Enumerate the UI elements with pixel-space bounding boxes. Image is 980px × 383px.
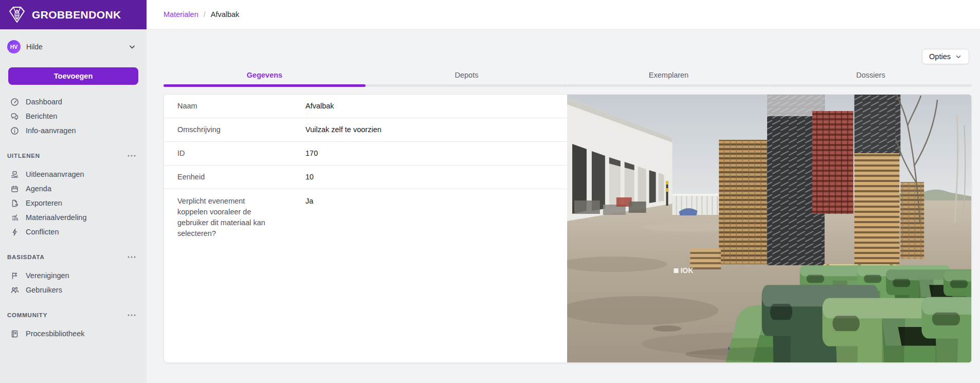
users-icon (10, 286, 19, 295)
material-photo: IOK (567, 95, 971, 362)
user-name: Hilde (26, 43, 43, 51)
sidebar-section-community: COMMUNITY Procesbibliotheek (0, 311, 147, 341)
sidebar-item-conflicten[interactable]: Conflicten (0, 225, 147, 239)
options-button-label: Opties (929, 52, 951, 61)
tab-depots[interactable]: Depots (366, 67, 568, 87)
section-title: COMMUNITY (7, 312, 47, 318)
breadcrumb-parent-link[interactable]: Materialen (164, 10, 198, 19)
field-label: ID (177, 148, 305, 159)
options-button[interactable]: Opties (922, 49, 969, 64)
field-label: Verplicht evenement koppelen vooraleer d… (177, 196, 305, 239)
table-row: Naam Afvalbak (164, 95, 567, 118)
sidebar-item-agenda[interactable]: Agenda (0, 181, 147, 196)
chevron-down-icon (128, 43, 136, 51)
topbar: Materialen / Afvalbak (147, 0, 980, 29)
table-row: Omschrijving Vuilzak zelf te voorzien (164, 118, 567, 142)
section-title: BASISDATA (7, 254, 45, 260)
flag-icon (10, 271, 19, 280)
sidebar-item-label: Agenda (26, 185, 51, 193)
gem-logo-icon (7, 5, 27, 25)
sidebar-item-label: Materiaalverdeling (26, 213, 86, 222)
tab-bar: Gegevens Depots Exemplaren Dossiers (164, 67, 972, 87)
material-detail-card: Naam Afvalbak Omschrijving Vuilzak zelf … (164, 94, 972, 363)
field-value: 170 (305, 148, 318, 159)
sidebar-item-label: Berichten (26, 112, 57, 120)
more-options-icon[interactable] (127, 256, 136, 259)
tab-dossiers[interactable]: Dossiers (770, 67, 972, 87)
sidebar-item-info-aanvragen[interactable]: Info-aanvragen (0, 123, 147, 138)
more-options-icon[interactable] (127, 314, 136, 317)
sidebar-item-gebruikers[interactable]: Gebruikers (0, 283, 147, 297)
tab-exemplaren[interactable]: Exemplaren (568, 67, 770, 87)
sidebar-item-label: Dashboard (26, 98, 62, 106)
sidebar-section-basisdata: BASISDATA Verenigingen Gebruikers (0, 252, 147, 297)
field-label: Eenheid (177, 172, 305, 183)
sidebar-item-procesbibliotheek[interactable]: Procesbibliotheek (0, 326, 147, 341)
sidebar-item-materiaalverdeling[interactable]: Materiaalverdeling (0, 210, 147, 225)
sidebar-item-label: Info-aanvragen (26, 126, 76, 135)
info-icon (10, 126, 19, 135)
field-value: 10 (305, 172, 314, 183)
sidebar-item-label: Gebruikers (26, 286, 62, 294)
user-menu[interactable]: HV Hilde (0, 29, 147, 53)
sidebar-item-uitleenaanvragen[interactable]: Uitleenaanvragen (0, 167, 147, 181)
sidebar-item-label: Procesbibliotheek (26, 330, 84, 338)
field-value: Ja (305, 196, 313, 207)
field-value: Vuilzak zelf te voorzien (305, 124, 382, 135)
material-photo-illustration: IOK (567, 95, 971, 362)
field-label: Omschrijving (177, 124, 305, 135)
sidebar-item-label: Uitleenaanvragen (26, 170, 84, 178)
chevron-down-icon (955, 53, 962, 60)
bolt-icon (10, 228, 19, 236)
chart-icon (10, 213, 19, 222)
breadcrumb: Materialen / Afvalbak (164, 10, 239, 19)
add-button[interactable]: Toevoegen (8, 67, 138, 85)
hand-box-icon (10, 170, 19, 179)
calendar-icon (10, 185, 19, 193)
sidebar-item-label: Verenigingen (26, 271, 69, 280)
tab-gegevens[interactable]: Gegevens (164, 67, 366, 87)
bin-label: IOK (680, 266, 693, 275)
table-row: Verplicht evenement koppelen vooraleer d… (164, 189, 567, 246)
sidebar-section-uitlenen: UITLENEN Uitleenaanvragen Agenda (0, 151, 147, 239)
field-label: Naam (177, 101, 305, 112)
breadcrumb-separator: / (204, 10, 206, 19)
sidebar-item-label: Exporteren (26, 199, 62, 207)
brand-name: GROBBENDONK (32, 9, 121, 21)
dashboard-icon (10, 98, 19, 106)
sidebar-item-berichten[interactable]: Berichten (0, 109, 147, 123)
sidebar-item-label: Conflicten (26, 228, 59, 236)
messages-icon (10, 112, 19, 121)
export-icon (10, 199, 19, 208)
table-row: ID 170 (164, 142, 567, 166)
brand-header: GROBBENDONK (0, 0, 147, 29)
sidebar-item-exporteren[interactable]: Exporteren (0, 196, 147, 210)
more-options-icon[interactable] (127, 154, 136, 157)
detail-table: Naam Afvalbak Omschrijving Vuilzak zelf … (164, 95, 567, 362)
field-value: Afvalbak (305, 101, 334, 112)
sidebar-item-verenigingen[interactable]: Verenigingen (0, 268, 147, 283)
avatar: HV (7, 40, 21, 53)
sidebar: GROBBENDONK HV Hilde Toevoegen Dashboard… (0, 0, 147, 383)
book-icon (10, 330, 19, 338)
breadcrumb-current: Afvalbak (211, 10, 240, 19)
sidebar-nav: Dashboard Berichten Info-aanvragen (0, 95, 147, 138)
section-title: UITLENEN (7, 153, 40, 159)
table-row: Eenheid 10 (164, 166, 567, 189)
sidebar-item-dashboard[interactable]: Dashboard (0, 95, 147, 109)
